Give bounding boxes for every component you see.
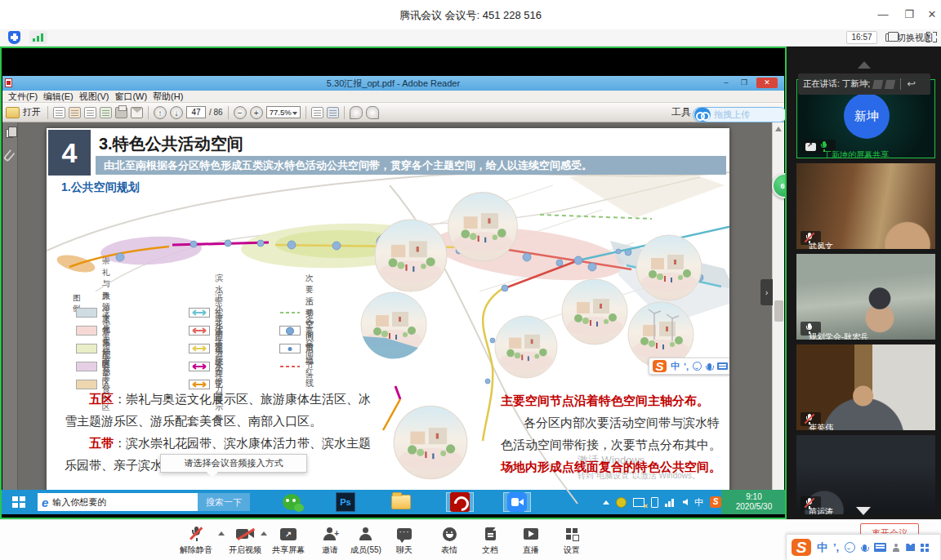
zoom-in-icon[interactable]: + — [250, 106, 263, 119]
meeting-controlbar: 解除静音开启视频↗共享屏幕+邀请成员(55)···聊天表情文档直播设置 离开会议… — [0, 519, 941, 560]
side-panel-tab[interactable]: › — [760, 279, 773, 305]
ime-language-toggle[interactable]: 中 — [817, 540, 827, 555]
participant-tile[interactable]: 规划学会-耿宏兵 — [796, 254, 935, 340]
legend-marks-column: 次要活动空间带主要空间节点次要空间节点用地红线 — [279, 304, 314, 376]
mic-on-icon: 规划学会-耿宏兵 — [805, 323, 814, 334]
fullscreen-button[interactable] — [926, 32, 937, 42]
adobe-reader-window: 5.30汇报_opt.pdf - Adobe Reader – ❐ ✕ 文件(F… — [2, 76, 784, 514]
slide-subtitle: 由北至南根据各分区特色形成五类滨水特色活动公共空间带，贯穿各个主题空间，给人以连… — [96, 156, 726, 175]
legend-node-mark — [279, 344, 301, 353]
adobe-left-rail — [2, 122, 18, 514]
adobe-menu-item[interactable]: 窗口(W) — [114, 91, 147, 102]
print-icon[interactable] — [115, 107, 127, 118]
zoom-level-select[interactable]: 77.5% — [266, 106, 301, 118]
adobe-title: 5.30汇报_opt.pdf - Adobe Reader — [2, 78, 784, 90]
weiyun-cloud-icon — [694, 108, 711, 122]
save-copy-icon[interactable] — [69, 107, 81, 118]
page-down-icon[interactable]: ↓ — [170, 106, 183, 119]
page-total: / 86 — [209, 108, 223, 117]
ime-toolbox-icon[interactable] — [921, 544, 929, 552]
pages-panel-icon[interactable] — [6, 129, 13, 138]
avatar: 新坤 — [844, 93, 890, 139]
scroll-up-icon[interactable] — [775, 127, 782, 131]
ime-voice-icon[interactable] — [863, 544, 867, 551]
start-button[interactable] — [5, 490, 33, 514]
participant-name: 苗运涛 — [801, 496, 821, 510]
sogou-ime-mini-toolbar[interactable]: S 中 ’, — [649, 358, 729, 375]
legend-dash-mark — [279, 362, 301, 371]
legend-node-mark — [279, 326, 301, 336]
switch-view-icon — [885, 33, 894, 42]
export-icon[interactable] — [100, 107, 112, 118]
adobe-close-button[interactable]: ✕ — [756, 78, 778, 88]
meeting-title: 腾讯会议 会议号: 451 228 516 — [0, 8, 941, 23]
section-title: 1.公共空间规划 — [61, 180, 140, 195]
open-label[interactable]: 打开 — [23, 106, 41, 118]
adobe-minimize-button[interactable]: – — [719, 78, 734, 88]
save-icon[interactable] — [53, 107, 65, 118]
ime-account-icon[interactable] — [892, 544, 900, 552]
screen-share-icon — [805, 143, 816, 151]
participant-tile[interactable]: 武凤文 — [796, 163, 935, 249]
ime-skin-icon[interactable] — [906, 544, 915, 551]
participant-name: 武凤文 — [801, 231, 821, 245]
ime-emoji-icon[interactable] — [845, 542, 855, 553]
mic-muted-icon: 苗运涛 — [805, 498, 814, 509]
adobe-menu-item[interactable]: 帮助(H) — [153, 91, 183, 102]
participant-tile[interactable]: 苗运涛 — [796, 435, 935, 514]
close-button[interactable]: ✕ — [921, 7, 941, 23]
participant-tile[interactable]: 崔英伟 — [796, 344, 935, 430]
toast-reply-icon[interactable]: ↩ — [907, 80, 916, 88]
sogou-logo-icon[interactable]: S — [653, 360, 667, 372]
weiyun-upload-hint[interactable]: 拖拽上传 — [693, 107, 787, 122]
mic-options-arrow[interactable] — [218, 531, 225, 536]
adobe-titlebar[interactable]: 5.30汇报_opt.pdf - Adobe Reader – ❐ ✕ — [2, 76, 784, 91]
camera-options-arrow[interactable] — [261, 531, 267, 536]
participant-name: 崔英伟 — [801, 412, 821, 426]
adobe-menu-item[interactable]: 视图(V) — [79, 91, 109, 102]
security-shield-icon — [8, 31, 20, 44]
minimize-button[interactable]: — — [872, 7, 894, 23]
sidebar-scroll-up-icon[interactable] — [858, 61, 871, 69]
windows-logo-icon — [12, 496, 25, 508]
ime-language-toggle[interactable]: 中 — [671, 360, 680, 372]
attachments-panel-icon[interactable] — [2, 149, 15, 162]
mic-muted-icon: 崔英伟 — [805, 414, 814, 424]
sidebar-scroll-down-icon[interactable] — [856, 507, 871, 515]
mic-on-icon: 丁新坤的屏幕共享 — [819, 141, 828, 152]
adobe-menu-item[interactable]: 文件(F) — [8, 91, 38, 102]
sign-icon[interactable] — [84, 107, 96, 118]
legend-label: 用地红线 — [305, 344, 314, 389]
adobe-menu-item[interactable]: 编辑(E) — [43, 91, 74, 102]
sogou-ime-toolbar[interactable]: S 中 ’, — [786, 534, 941, 560]
legend-zone-swatch — [76, 308, 97, 318]
tools-button[interactable]: 工具 — [671, 105, 691, 119]
email-icon[interactable] — [131, 107, 143, 118]
ime-keyboard-icon[interactable] — [874, 543, 886, 552]
legend-band-arrow — [189, 362, 210, 371]
legend-zones-column: 崇礼与奥运文化展示区旅游康养生活区冰雪主题游乐区游乐配套美食区南部入口区 — [76, 304, 110, 393]
ime-punctuation-toggle[interactable]: ’, — [833, 541, 839, 553]
taskbar-clock[interactable]: 9:10 2020/5/30 — [721, 490, 787, 514]
ime-keyboard-icon[interactable] — [717, 362, 728, 370]
control-mic-muted[interactable]: 解除静音 — [170, 524, 222, 556]
restore-button[interactable]: ❐ — [899, 7, 920, 23]
comment-bubble-icon[interactable] — [350, 106, 363, 119]
highlight-icon[interactable] — [366, 106, 379, 119]
control-settings[interactable]: 设置 — [546, 524, 598, 556]
adobe-restore-button[interactable]: ❐ — [737, 78, 751, 88]
page-up-icon[interactable]: ↑ — [154, 106, 167, 119]
ime-punctuation-toggle[interactable]: ’, — [684, 362, 689, 371]
fit-width-icon[interactable] — [311, 107, 323, 118]
scrollbar-thumb[interactable] — [774, 300, 783, 322]
ime-emoji-icon[interactable] — [693, 362, 702, 371]
ime-voice-icon[interactable] — [707, 363, 711, 370]
control-label: 解除静音 — [170, 544, 222, 556]
page-number-input[interactable]: 47 — [186, 106, 206, 118]
fit-page-icon[interactable] — [327, 107, 339, 118]
sogou-logo-icon[interactable]: S — [792, 539, 811, 556]
pdf-page: 4 3.特色公共活动空间 由北至南根据各分区特色形成五类滨水特色活动公共空间带，… — [47, 128, 729, 509]
zoom-out-icon[interactable]: − — [234, 106, 247, 119]
screen: 腾讯会议 会议号: 451 228 516 — ❐ ✕ 16:57 切换视图 5… — [0, 0, 941, 560]
open-file-icon[interactable] — [6, 107, 20, 118]
